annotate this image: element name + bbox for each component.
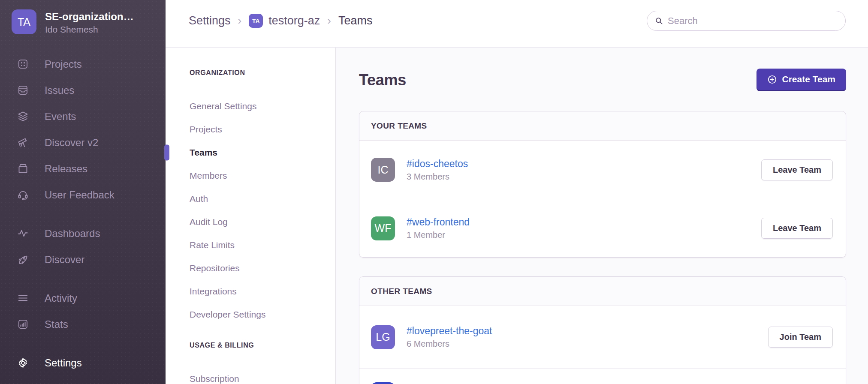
org-user-name: Ido Shemesh [45,24,134,35]
nav-item-teams[interactable]: Teams [166,141,335,164]
sidebar-item-discover[interactable]: Discover [0,246,166,273]
sidebar-item-discover-v2[interactable]: Discover v2 [0,129,166,156]
sidebar-item-user-feedback[interactable]: User Feedback [0,182,166,208]
sidebar-item-issues[interactable]: Issues [0,77,166,103]
nav-item-integrations[interactable]: Integrations [166,280,335,303]
nav-item-audit-log[interactable]: Audit Log [166,210,335,234]
team-info: #web-frontend 1 Member [407,216,470,240]
sidebar-item-label: Dashboards [45,228,100,240]
nav-section-organization: General Settings Projects Teams Members … [166,95,335,326]
breadcrumb: Settings › TA testorg-az › Teams [189,14,373,28]
breadcrumb-teams[interactable]: Teams [338,14,373,27]
stats-icon [17,318,29,330]
app-sidebar: TA SE-organization… Ido Shemesh Projects… [0,0,166,384]
sidebar-item-settings[interactable]: Settings [0,350,166,376]
settings-nav: ORGANIZATION General Settings Projects T… [166,48,336,384]
team-row: LG #lovepreet-the-goat 6 Members Join Te… [359,306,846,368]
search-box[interactable] [647,11,846,31]
panel-title: OTHER TEAMS [359,277,846,306]
leave-team-button[interactable]: Leave Team [761,218,833,239]
team-link[interactable]: #web-frontend [407,216,470,228]
your-teams-panel: YOUR TEAMS IC #idos-cheetos 3 Members Le… [359,111,846,258]
nav-item-developer-settings[interactable]: Developer Settings [166,303,335,326]
right-region: Settings › TA testorg-az › Teams ORGANIZ… [166,0,868,384]
sidebar-item-projects[interactable]: Projects [0,51,166,77]
create-team-button[interactable]: Create Team [756,69,846,91]
events-icon [17,111,29,122]
join-team-button[interactable]: Join Team [768,327,833,348]
team-info: #idos-cheetos 3 Members [407,158,468,182]
sidebar-item-releases[interactable]: Releases [0,156,166,182]
chevron-right-icon: › [326,14,332,27]
sidebar-item-label: Activity [45,292,77,304]
nav-item-projects[interactable]: Projects [166,118,335,141]
releases-icon [17,163,29,174]
dashboards-icon [17,228,29,239]
team-members-count: 6 Members [407,339,492,349]
breadcrumb-org-label: testorg-az [268,14,320,27]
page-title: Teams [359,71,406,89]
sidebar-item-label: Stats [45,318,68,330]
team-avatar: LG [371,325,395,349]
sidebar-item-label: Events [45,111,76,123]
chevron-right-icon: › [237,14,243,27]
projects-icon [17,58,29,70]
org-meta: SE-organization… Ido Shemesh [45,9,134,35]
activity-icon [17,292,29,304]
sidebar-item-label: Releases [45,163,87,175]
sidebar-item-label: User Feedback [45,189,115,201]
user-feedback-icon [17,189,29,201]
panel-title: YOUR TEAMS [359,111,846,141]
nav-item-repositories[interactable]: Repositories [166,257,335,280]
rocket-icon [17,254,29,265]
plus-circle-icon [767,75,777,84]
issues-icon [17,84,29,96]
breadcrumb-org[interactable]: TA testorg-az [249,14,320,28]
main-content: Teams Create Team YOUR TEAMS IC #idos-ch… [336,48,868,384]
sidebar-item-label: Settings [45,357,82,369]
org-avatar-small: TA [249,14,263,28]
sidebar-item-label: Projects [45,58,82,70]
sidebar-item-events[interactable]: Events [0,103,166,129]
team-link[interactable]: #lovepreet-the-goat [407,325,492,337]
team-row: WF #web-frontend 1 Member Leave Team [359,199,846,257]
sidebar-item-activity[interactable]: Activity [0,285,166,311]
team-members-count: 3 Members [407,172,468,182]
gear-icon [17,357,29,369]
sidebar-item-dashboards[interactable]: Dashboards [0,220,166,246]
org-avatar: TA [12,9,36,34]
nav-item-members[interactable]: Members [166,164,335,187]
team-link[interactable]: #idos-cheetos [407,158,468,170]
team-avatar: IC [371,158,395,182]
leave-team-button[interactable]: Leave Team [761,159,833,180]
team-avatar: WF [371,216,395,240]
nav-section-heading: ORGANIZATION [166,68,335,78]
org-switcher[interactable]: TA SE-organization… Ido Shemesh [0,0,166,35]
search-input[interactable] [668,15,838,27]
sidebar-item-label: Discover v2 [45,137,98,149]
nav-item-subscription[interactable]: Subscription [166,367,335,384]
team-info: #lovepreet-the-goat 6 Members [407,325,492,349]
breadcrumb-settings[interactable]: Settings [189,14,231,27]
team-row: IC #idos-cheetos 3 Members Leave Team [359,141,846,199]
team-row-partial [359,368,846,384]
nav-section-heading: USAGE & BILLING [166,341,335,350]
nav-section-usage-billing: Subscription [166,367,335,384]
nav-item-auth[interactable]: Auth [166,187,335,210]
telescope-icon [17,137,29,148]
nav-item-rate-limits[interactable]: Rate Limits [166,234,335,257]
nav-item-general-settings[interactable]: General Settings [166,95,335,118]
team-avatar [371,382,395,384]
sidebar-item-stats[interactable]: Stats [0,311,166,337]
title-row: Teams Create Team [359,69,846,91]
top-bar: Settings › TA testorg-az › Teams [166,0,868,48]
sidebar-item-label: Discover [45,254,84,266]
team-members-count: 1 Member [407,230,470,240]
create-team-label: Create Team [782,74,835,84]
org-name: SE-organization… [45,11,134,23]
content-row: ORGANIZATION General Settings Projects T… [166,48,868,384]
search-icon [655,17,663,25]
sidebar-item-label: Issues [45,84,74,96]
app-nav: Projects Issues Events Discover v2 Relea… [0,51,166,376]
other-teams-panel: OTHER TEAMS LG #lovepreet-the-goat 6 Mem… [359,276,846,384]
